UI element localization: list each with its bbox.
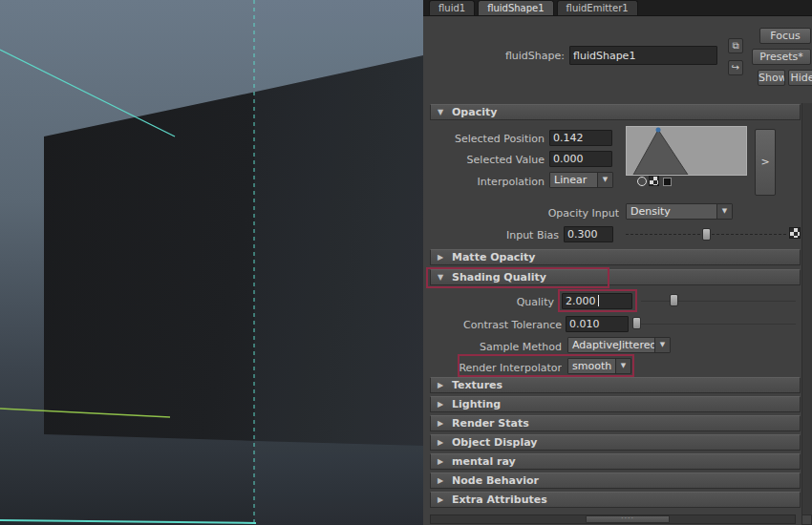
- render-interpolator-dropdown[interactable]: smooth ▼: [567, 358, 631, 374]
- tab-fluidshape1[interactable]: fluidShape1: [478, 0, 553, 15]
- container-edge-line: [0, 50, 175, 136]
- show-button[interactable]: Show: [758, 70, 785, 86]
- opacity-input-dropdown[interactable]: Density ▼: [626, 203, 733, 220]
- opacity-input-label: Opacity Input: [481, 207, 619, 220]
- section-shading-quality-header[interactable]: ▼ Shading Quality: [430, 269, 801, 285]
- ramp-texture-checker-icon[interactable]: [649, 176, 659, 186]
- triangle-right-icon: ▶: [438, 378, 443, 393]
- triangle-right-icon: ▶: [438, 454, 443, 470]
- container-bottom-edge-line: [0, 520, 256, 523]
- contrast-tolerance-slider-track[interactable]: [635, 324, 796, 325]
- dropdown-value: Linear: [550, 173, 597, 187]
- dropdown-value: smooth: [568, 359, 615, 373]
- input-bias-field[interactable]: [564, 226, 613, 242]
- input-bias-slider-handle[interactable]: [702, 228, 711, 241]
- scrollbar-corner: [801, 514, 812, 525]
- section-title: Lighting: [452, 398, 501, 410]
- section-object-display-header[interactable]: ▶ Object Display: [430, 434, 801, 451]
- chevron-down-icon: ▼: [615, 359, 630, 373]
- section-title: Shading Quality: [452, 271, 546, 284]
- interpolation-label: Interpolation: [423, 176, 545, 189]
- contrast-tolerance-field[interactable]: [566, 316, 629, 332]
- section-title: mental ray: [452, 455, 516, 468]
- chevron-down-icon: ▼: [597, 173, 612, 187]
- dropdown-value: Density: [627, 204, 716, 219]
- selected-position-field[interactable]: [549, 130, 612, 146]
- focus-button[interactable]: Focus: [759, 28, 811, 44]
- input-bias-map-icon[interactable]: [789, 227, 801, 239]
- section-node-behavior-header[interactable]: ▶ Node Behavior: [430, 472, 801, 489]
- triangle-down-icon: ▼: [438, 270, 443, 285]
- sample-method-dropdown[interactable]: AdaptiveJittered ▼: [567, 337, 671, 353]
- chevron-down-icon: ▼: [654, 338, 670, 352]
- chevron-down-icon: ▼: [716, 204, 732, 219]
- section-render-stats-header[interactable]: ▶ Render Stats: [430, 415, 801, 431]
- section-opacity-header[interactable]: ▼ Opacity: [430, 104, 801, 120]
- section-title: Render Stats: [452, 417, 529, 430]
- quality-slider-handle[interactable]: [670, 294, 678, 306]
- triangle-right-icon: ▶: [438, 397, 443, 412]
- triangle-right-icon: ▶: [438, 435, 443, 451]
- section-lighting-header[interactable]: ▶ Lighting: [430, 396, 801, 412]
- selected-value-label: Selected Value: [423, 154, 545, 167]
- input-bias-label: Input Bias: [442, 229, 559, 242]
- section-title: Node Behavior: [452, 474, 539, 487]
- section-title: Extra Attributes: [452, 494, 547, 506]
- section-matte-opacity-header[interactable]: ▶ Matte Opacity: [430, 249, 801, 265]
- tab-fluid1[interactable]: fluid1: [429, 0, 475, 15]
- selected-position-label: Selected Position: [423, 133, 545, 146]
- quality-slider-track[interactable]: [641, 301, 796, 302]
- list-mode-icon[interactable]: ↪: [728, 60, 743, 75]
- dropdown-value: AdaptiveJittered: [568, 338, 654, 352]
- contrast-tolerance-label: Contrast Tolerance: [433, 319, 562, 332]
- ground-edge-line: [0, 409, 170, 417]
- contrast-tolerance-slider-handle[interactable]: [632, 317, 641, 329]
- section-textures-header[interactable]: ▶ Textures: [430, 377, 801, 393]
- ramp-position-handle[interactable]: [637, 177, 647, 186]
- selected-value-field[interactable]: [549, 151, 612, 167]
- section-title: Matte Opacity: [452, 251, 536, 263]
- wireframe-overlay: [0, 0, 423, 525]
- section-mental-ray-header[interactable]: ▶ mental ray: [430, 453, 801, 470]
- quality-label: Quality: [459, 296, 554, 309]
- viewport-3d[interactable]: [0, 0, 424, 525]
- vertical-scrollbar-track[interactable]: [801, 103, 812, 514]
- text-cursor: [598, 295, 599, 306]
- attribute-editor-panel: fluid1 fluidShape1 fluidEmitter1 fluidSh…: [423, 0, 812, 525]
- triangle-right-icon: ▶: [438, 250, 443, 265]
- opacity-ramp-curve: [627, 127, 746, 175]
- opacity-ramp-widget[interactable]: [626, 126, 747, 176]
- section-title: Opacity: [452, 106, 497, 118]
- ramp-value-handle[interactable]: [663, 178, 672, 186]
- presets-button[interactable]: Presets*: [752, 49, 811, 65]
- tab-fluidemitter1[interactable]: fluidEmitter1: [557, 0, 638, 15]
- section-title: Textures: [452, 379, 502, 391]
- node-name-field[interactable]: [569, 46, 717, 65]
- section-title: Object Display: [452, 436, 537, 449]
- attribute-editor-tab-bar: fluid1 fluidShape1 fluidEmitter1: [423, 0, 812, 16]
- triangle-down-icon: ▼: [438, 105, 443, 120]
- triangle-right-icon: ▶: [438, 416, 443, 431]
- node-type-label: fluidShape:: [469, 50, 565, 63]
- copy-tab-icon[interactable]: ⧉: [728, 38, 743, 53]
- triangle-right-icon: ▶: [438, 473, 443, 489]
- triangle-right-icon: ▶: [438, 493, 443, 508]
- section-extra-attributes-header[interactable]: ▶ Extra Attributes: [430, 492, 801, 508]
- sample-method-label: Sample Method: [433, 341, 562, 354]
- ramp-expand-button[interactable]: >: [755, 129, 776, 196]
- render-interpolator-label: Render Interpolator: [433, 362, 562, 375]
- quality-field[interactable]: [562, 293, 632, 309]
- hide-button[interactable]: Hide: [788, 70, 812, 86]
- horizontal-scrollbar-handle[interactable]: ····: [586, 515, 670, 523]
- maya-window: fluid1 fluidShape1 fluidEmitter1 fluidSh…: [0, 0, 812, 525]
- interpolation-dropdown[interactable]: Linear ▼: [549, 172, 613, 188]
